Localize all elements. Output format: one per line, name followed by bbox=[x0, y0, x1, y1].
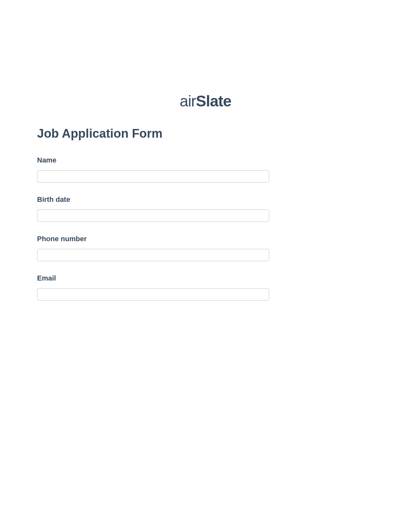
form-field-birth-date: Birth date bbox=[37, 195, 374, 222]
phone-number-label: Phone number bbox=[37, 235, 374, 243]
form-field-phone-number: Phone number bbox=[37, 235, 374, 261]
email-label: Email bbox=[37, 274, 374, 282]
name-label: Name bbox=[37, 156, 374, 164]
email-input[interactable] bbox=[37, 288, 269, 300]
page-container: airSlate Job Application Form Name Birth… bbox=[0, 0, 411, 300]
phone-number-input[interactable] bbox=[37, 249, 269, 261]
form-field-email: Email bbox=[37, 274, 374, 300]
logo-text-air: air bbox=[180, 93, 196, 110]
form-content: Job Application Form Name Birth date Pho… bbox=[0, 127, 411, 300]
logo-text-slate: Slate bbox=[196, 93, 231, 110]
form-title: Job Application Form bbox=[37, 127, 374, 141]
airslate-logo: airSlate bbox=[180, 94, 231, 109]
form-field-name: Name bbox=[37, 156, 374, 182]
logo-wrapper: airSlate bbox=[0, 94, 411, 109]
name-input[interactable] bbox=[37, 170, 269, 182]
birth-date-label: Birth date bbox=[37, 195, 374, 204]
birth-date-input[interactable] bbox=[37, 210, 269, 222]
